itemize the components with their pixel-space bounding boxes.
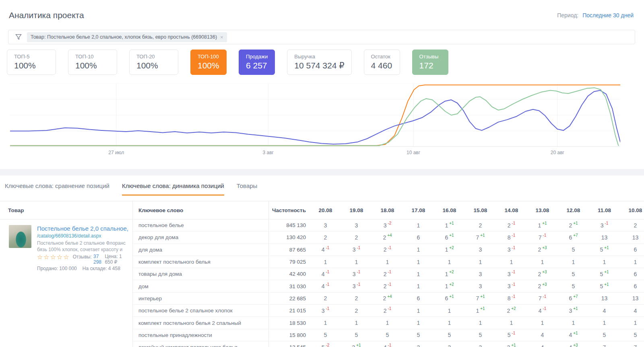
position-delta: +1: [604, 270, 609, 274]
period-selector: Период: Последние 30 дней: [557, 10, 634, 19]
product-title-link[interactable]: Постельное белье 2,0 спальное,...: [37, 225, 129, 232]
position-cell: 7-1: [527, 293, 558, 304]
position-cell: 4-1: [527, 305, 558, 316]
keyword-cell[interactable]: интерьер: [133, 293, 269, 304]
position-cell: 1: [465, 256, 496, 268]
keyword-column-header: Ключевое слово: [133, 201, 269, 219]
position-cell: 2+3: [527, 268, 558, 280]
position-cell: 13: [589, 293, 620, 304]
position-cells: 333-211+122-11+12+13-12: [310, 219, 644, 231]
kpi-label: Продажи: [246, 54, 268, 60]
position-cell: 13: [620, 293, 644, 304]
position-cell: 5+1: [589, 280, 620, 292]
position-cells: 5555555-144+155: [310, 329, 644, 341]
kpi-card-reviews-selected[interactable]: Отзывы 172: [412, 50, 448, 75]
position-cell: 2+3: [527, 244, 558, 256]
keyword-cell[interactable]: товары для дома: [133, 268, 269, 280]
position-cell: 3+1: [341, 341, 372, 347]
product-description: Постельное белье 2 спальное Флоранс бязь…: [37, 240, 129, 253]
position-cell: 6+7: [558, 231, 589, 243]
position-delta: +3: [573, 343, 578, 347]
kpi-label: ТОП-5: [14, 54, 49, 60]
kpi-label: Выручка: [294, 54, 344, 60]
kpi-card-top20[interactable]: ТОП-20 100%: [129, 50, 178, 75]
product-stock: На складе: 4 458: [83, 266, 120, 271]
kpi-card-top100-selected[interactable]: ТОП-100 100%: [190, 50, 227, 75]
kpi-card-stock[interactable]: Остаток 4 460: [364, 50, 400, 75]
position-cell: 2: [465, 219, 496, 231]
product-card: Постельное белье 2,0 спальное,... /catal…: [0, 219, 132, 271]
keyword-cell[interactable]: постельное белье 2 спальное хлопок: [133, 305, 269, 316]
tab-keywords-dynamics[interactable]: Ключевые слова: динамика позиций: [122, 182, 224, 196]
position-cell: 1: [372, 256, 403, 268]
position-cell: 13: [620, 231, 644, 243]
position-delta: +1: [480, 233, 485, 238]
chart-x-tick-label: 27 июл: [108, 150, 124, 155]
kpi-card-top10[interactable]: ТОП-10 100%: [68, 50, 117, 75]
position-cell: 2: [341, 305, 372, 316]
period-value-link[interactable]: Последние 30 дней: [582, 12, 634, 19]
kpi-card-sales-selected[interactable]: Продажи 6 257: [239, 50, 275, 75]
date-column-header: 11.08: [589, 201, 620, 219]
position-delta: +3: [542, 246, 547, 250]
position-delta: +3: [542, 282, 547, 287]
position-delta: -1: [543, 306, 546, 311]
keyword-cell[interactable]: комплект постельного белья 2 спальный: [133, 317, 269, 328]
position-delta: -2: [326, 343, 329, 347]
filter-tag-remove-icon[interactable]: ×: [220, 34, 223, 40]
position-cell: 1: [620, 317, 644, 328]
keyword-cell[interactable]: для дома: [133, 244, 269, 256]
tab-keywords-comparison[interactable]: Ключевые слова: сравнение позиций: [5, 182, 109, 196]
kpi-card-revenue[interactable]: Выручка 10 574 324 ₽: [287, 50, 351, 75]
position-cell: 4-1: [310, 244, 341, 256]
position-cell: 6+7: [558, 293, 589, 304]
position-delta: +1: [449, 294, 454, 299]
position-delta: -1: [543, 233, 546, 238]
position-cell: 1: [589, 256, 620, 268]
position-delta: -1: [357, 270, 360, 274]
product-info: Постельное белье 2,0 спальное,... /catal…: [37, 225, 129, 271]
keyword-cell[interactable]: семейный комплект постельного белья: [133, 341, 269, 347]
position-cell: 1: [620, 256, 644, 268]
table-row: постельное белье845 130333-211+122-11+12…: [133, 219, 644, 231]
position-cell: 1: [434, 305, 465, 316]
frequency-cell: 79 025: [269, 256, 310, 268]
keyword-cell[interactable]: постельное белье: [133, 219, 269, 231]
kpi-label: Остаток: [371, 54, 393, 60]
position-cell: 1: [403, 280, 434, 292]
keywords-table: Товар Постельное белье 2,0 спальное,... …: [0, 201, 644, 347]
position-cell: 4: [527, 329, 558, 341]
tab-products[interactable]: Товары: [237, 182, 258, 196]
kpi-value: 6 257: [246, 61, 268, 70]
keyword-cell[interactable]: комплект постельного белья: [133, 256, 269, 268]
position-cell: 5: [558, 268, 589, 280]
product-sold: Продано: 100 000: [37, 266, 77, 271]
position-cell: 1+1: [527, 219, 558, 231]
position-cell: 1: [310, 256, 341, 268]
section-divider-band: [0, 169, 644, 176]
product-url-link[interactable]: /catalog/66908136/detail.aspx: [37, 233, 129, 239]
position-cell: 5-2: [310, 341, 341, 347]
keyword-cell[interactable]: декор для дома: [133, 231, 269, 243]
position-cell: 1+1: [465, 305, 496, 316]
position-delta: +2: [449, 282, 454, 287]
position-cell: 6: [403, 293, 434, 304]
position-delta: +1: [449, 233, 454, 238]
kpi-card-top5[interactable]: ТОП-5 100%: [7, 50, 56, 75]
keyword-cell[interactable]: дом: [133, 280, 269, 292]
rating-stars-icon: ☆☆☆☆☆: [37, 254, 70, 260]
keyword-cell[interactable]: постельные принадлежности: [133, 329, 269, 341]
position-cell: 5: [465, 329, 496, 341]
frequency-cell: 18 530: [269, 317, 310, 328]
top-bar: Аналитика проекта Период: Последние 30 д…: [0, 0, 644, 20]
position-cell: 5: [558, 280, 589, 292]
position-delta: +1: [480, 306, 485, 311]
position-cell: 6: [620, 280, 644, 292]
chart-line-sales: [10, 90, 620, 144]
position-cell: 2+4: [372, 293, 403, 304]
filter-bar[interactable]: Товар: Постельное белье 2,0 спальное, хл…: [8, 30, 635, 44]
product-image[interactable]: [9, 225, 31, 248]
position-delta: -1: [543, 294, 546, 299]
frequency-column-header: Частотность: [269, 201, 310, 219]
kpi-value: 10 574 324 ₽: [294, 61, 344, 70]
